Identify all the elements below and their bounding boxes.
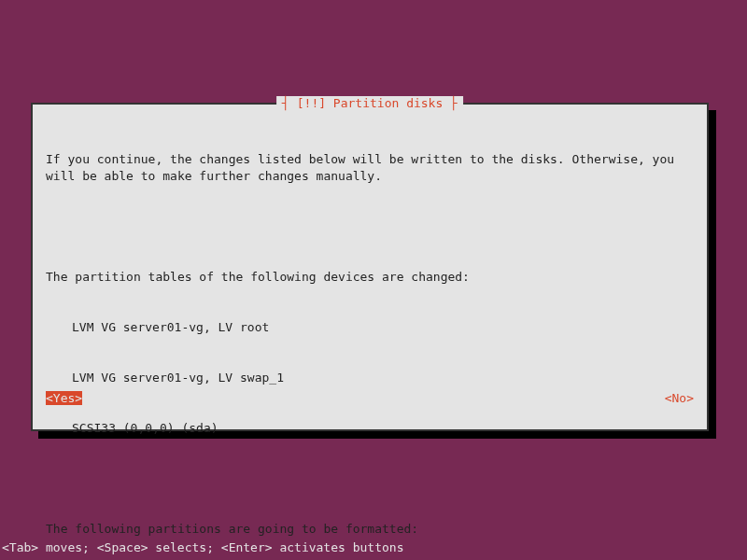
section2-header: The following partitions are going to be… — [46, 521, 694, 538]
yes-button[interactable]: <Yes> — [46, 391, 82, 405]
partition-dialog: ┤ [!!] Partition disks ├ If you continue… — [31, 103, 709, 431]
section1-item: LVM VG server01-vg, LV swap_1 — [46, 370, 694, 386]
dialog-content: If you continue, the changes listed belo… — [33, 105, 707, 560]
spacer — [46, 470, 694, 487]
dialog-buttons: <Yes> <No> — [46, 391, 694, 405]
section1-item: LVM VG server01-vg, LV root — [46, 319, 694, 336]
section1-item: SCSI33 (0,0,0) (sda) — [46, 420, 694, 437]
section1-header: The partition tables of the following de… — [46, 269, 694, 286]
dialog-title: ┤ [!!] Partition disks ├ — [276, 96, 463, 110]
no-button[interactable]: <No> — [665, 391, 694, 405]
title-text: [!!] Partition disks — [297, 96, 444, 110]
intro-text: If you continue, the changes listed belo… — [46, 151, 694, 185]
title-bracket-left: ┤ — [282, 96, 297, 110]
spacer — [46, 218, 694, 235]
title-bracket-right: ├ — [443, 96, 458, 110]
help-bar: <Tab> moves; <Space> selects; <Enter> ac… — [2, 540, 403, 554]
